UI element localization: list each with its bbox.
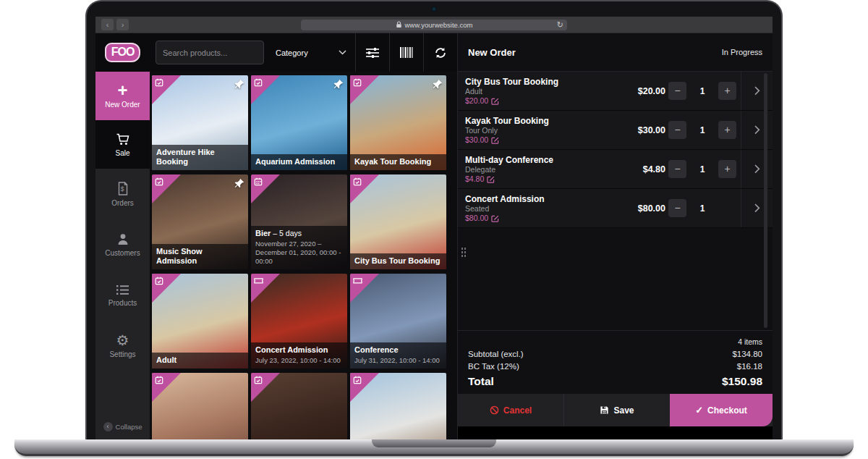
quantity-value[interactable]: 1: [686, 203, 718, 214]
product-card[interactable]: [251, 373, 347, 440]
increase-quantity-button[interactable]: +: [718, 160, 736, 178]
product-title: Adventure Hike Booking: [156, 148, 244, 167]
product-dates: November 27, 2020 – December 01, 2020, 0…: [255, 240, 343, 266]
sidebar-collapse-button[interactable]: ‹ Collapse: [95, 422, 150, 431]
collapse-label: Collapse: [116, 423, 142, 431]
product-title: Bier – 5 days: [255, 229, 343, 238]
filter-sliders-button[interactable]: [355, 33, 389, 72]
decrease-quantity-button[interactable]: −: [668, 160, 686, 178]
checkout-button[interactable]: ✓ Checkout: [670, 394, 773, 426]
order-status-badge: In Progress: [722, 48, 762, 56]
calendar-check-icon: [155, 78, 163, 87]
product-card[interactable]: Music Show Admission: [152, 174, 248, 269]
panel-resize-handle[interactable]: [461, 247, 467, 258]
product-card[interactable]: [152, 373, 248, 440]
product-card[interactable]: Kayak Tour Booking: [350, 75, 446, 170]
sidebar-item-label: New Order: [105, 101, 140, 109]
browser-back-button[interactable]: ‹: [101, 19, 114, 30]
quantity-stepper: − 1 +: [668, 82, 736, 100]
search-input[interactable]: [156, 41, 264, 64]
calendar-check-icon: [353, 376, 362, 384]
total-label: Total: [468, 375, 494, 388]
item-total-price: $30.00: [613, 125, 665, 135]
svg-text:$: $: [120, 185, 124, 193]
product-card[interactable]: Conference July 31, 2022, 10:00 - 14:00: [350, 274, 446, 369]
refresh-button[interactable]: [423, 33, 457, 72]
product-label-bar: Adult: [152, 353, 248, 369]
product-card[interactable]: [350, 373, 446, 440]
quantity-value[interactable]: 1: [686, 164, 718, 174]
sidebar-item-label: Settings: [109, 350, 135, 358]
chevron-right-icon: [754, 86, 760, 96]
refresh-icon: [434, 46, 447, 59]
reload-icon[interactable]: ↻: [557, 20, 563, 30]
order-item-row: City Bus Tour Booking Adult $20.00 $20.0…: [458, 72, 773, 111]
quantity-stepper: − 1 +: [668, 160, 736, 178]
product-card[interactable]: Aquarium Admission: [251, 75, 347, 170]
edit-price-icon: [491, 97, 499, 105]
quantity-value[interactable]: 1: [686, 125, 718, 135]
edit-price-icon: [491, 136, 499, 144]
sidebar-item-customers[interactable]: Customers: [95, 219, 150, 270]
item-details-button[interactable]: [741, 150, 773, 188]
item-details-button[interactable]: [741, 72, 773, 110]
chevron-right-icon: [754, 203, 760, 213]
cancel-icon: [490, 405, 499, 415]
item-unit-price-edit[interactable]: $20.00: [465, 96, 613, 106]
cancel-label: Cancel: [503, 405, 532, 416]
sidebar-item-sale[interactable]: Sale: [95, 120, 150, 169]
decrease-quantity-button[interactable]: −: [668, 199, 686, 217]
sidebar-item-label: Customers: [105, 249, 140, 257]
tax-label: BC Tax (12%): [468, 361, 519, 373]
product-card[interactable]: Adult: [152, 274, 248, 369]
url-text: www.yourwebsite.com: [405, 21, 473, 29]
item-details-button[interactable]: [741, 111, 773, 149]
item-unit-price-edit[interactable]: $4.80: [465, 174, 613, 184]
ticket-icon: [254, 277, 263, 285]
order-scrollbar[interactable]: [764, 73, 767, 328]
item-unit-price-edit[interactable]: $80.00: [465, 214, 613, 223]
browser-chrome: ‹ › www.yourwebsite.com ↻: [95, 17, 773, 33]
sidebar-item-orders[interactable]: $ Orders: [95, 169, 150, 219]
cancel-button[interactable]: Cancel: [458, 394, 564, 426]
sidebar-item-products[interactable]: Products: [95, 270, 150, 321]
sidebar-item-new-order[interactable]: + New Order: [95, 72, 150, 120]
decrease-quantity-button[interactable]: −: [668, 121, 686, 139]
product-card[interactable]: Adventure Hike Booking: [152, 75, 248, 170]
product-title: City Bus Tour Booking: [354, 256, 442, 266]
product-title: Concert Admission: [255, 345, 343, 355]
product-label-bar: Conference July 31, 2022, 10:00 - 14:00: [350, 342, 446, 369]
calendar-check-icon: [155, 376, 163, 384]
increase-quantity-button[interactable]: +: [718, 121, 736, 139]
item-details-button[interactable]: [741, 189, 773, 227]
item-total-price: $20.00: [613, 86, 665, 96]
chevron-right-icon: [754, 164, 760, 174]
chevron-down-icon: [339, 50, 346, 55]
product-card[interactable]: Concert Admission July 23, 2022, 10:00 -…: [251, 274, 347, 369]
laptop-base: [14, 439, 854, 456]
pin-icon: [433, 79, 443, 89]
ticket-icon: [353, 277, 362, 285]
decrease-quantity-button[interactable]: −: [668, 82, 686, 100]
person-icon: [116, 233, 129, 245]
product-card[interactable]: City Bus Tour Booking: [350, 174, 446, 269]
browser-forward-button[interactable]: ›: [116, 19, 129, 30]
product-card[interactable]: Bier – 5 days November 27, 2020 – Decemb…: [251, 174, 347, 269]
browser-viewport: ‹ › www.yourwebsite.com ↻ FOO: [95, 17, 773, 441]
order-actions: Cancel Save: [458, 394, 773, 426]
quantity-value[interactable]: 1: [686, 86, 718, 96]
address-bar[interactable]: www.yourwebsite.com ↻: [301, 20, 567, 30]
brand-logo[interactable]: FOO: [105, 43, 141, 62]
sidebar-item-settings[interactable]: ⚙ Settings: [95, 321, 150, 371]
tax-value: $16.18: [737, 361, 762, 373]
product-label-bar: City Bus Tour Booking: [350, 253, 446, 269]
increase-quantity-button[interactable]: +: [718, 82, 736, 100]
category-dropdown[interactable]: Category: [264, 33, 355, 72]
save-button[interactable]: Save: [564, 394, 670, 426]
barcode-scan-button[interactable]: [389, 33, 423, 72]
total-value: $150.98: [722, 375, 762, 388]
item-unit-price-edit[interactable]: $30.00: [465, 135, 613, 145]
product-title: Conference: [354, 345, 442, 355]
product-label-bar: Concert Admission July 23, 2022, 10:00 -…: [251, 342, 347, 369]
sidebar-item-label: Orders: [111, 199, 134, 207]
